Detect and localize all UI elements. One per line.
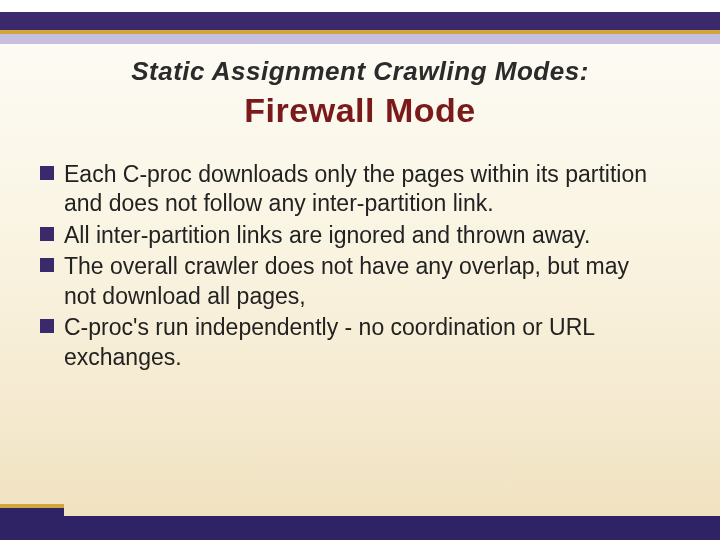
title-line-2: Firewall Mode xyxy=(40,91,680,130)
footer-accent xyxy=(0,504,64,516)
svg-rect-3 xyxy=(40,319,54,333)
list-item: All inter-partition links are ignored an… xyxy=(40,221,660,250)
bullet-text: Each C-proc downloads only the pages wit… xyxy=(64,160,660,219)
list-item: The overall crawler does not have any ov… xyxy=(40,252,660,311)
title-line-1: Static Assignment Crawling Modes: xyxy=(40,56,680,87)
list-item: Each C-proc downloads only the pages wit… xyxy=(40,160,660,219)
bullet-text: C-proc's run independently - no coordina… xyxy=(64,313,660,372)
bullet-text: All inter-partition links are ignored an… xyxy=(64,221,590,250)
square-bullet-icon xyxy=(40,258,64,272)
band-lavender xyxy=(0,34,720,44)
svg-rect-0 xyxy=(40,166,54,180)
band-purple xyxy=(0,12,720,30)
bullet-list: Each C-proc downloads only the pages wit… xyxy=(40,160,660,374)
footer-band xyxy=(0,516,720,540)
bullet-text: The overall crawler does not have any ov… xyxy=(64,252,660,311)
header-band xyxy=(0,0,720,44)
list-item: C-proc's run independently - no coordina… xyxy=(40,313,660,372)
svg-rect-1 xyxy=(40,227,54,241)
band-white xyxy=(0,0,720,12)
square-bullet-icon xyxy=(40,227,64,241)
svg-rect-2 xyxy=(40,258,54,272)
square-bullet-icon xyxy=(40,319,64,333)
slide-title: Static Assignment Crawling Modes: Firewa… xyxy=(0,56,720,130)
square-bullet-icon xyxy=(40,166,64,180)
